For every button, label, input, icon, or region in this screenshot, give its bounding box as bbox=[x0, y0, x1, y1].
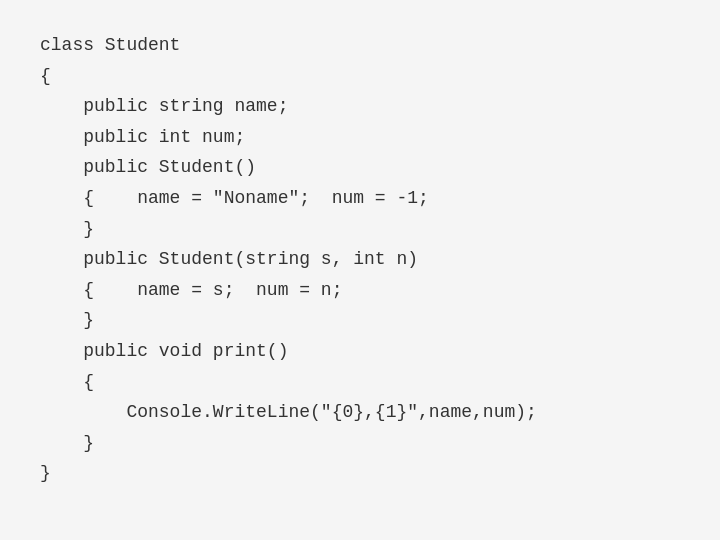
code-block: class Student { public string name; publ… bbox=[40, 30, 680, 489]
code-container: class Student { public string name; publ… bbox=[0, 0, 720, 540]
